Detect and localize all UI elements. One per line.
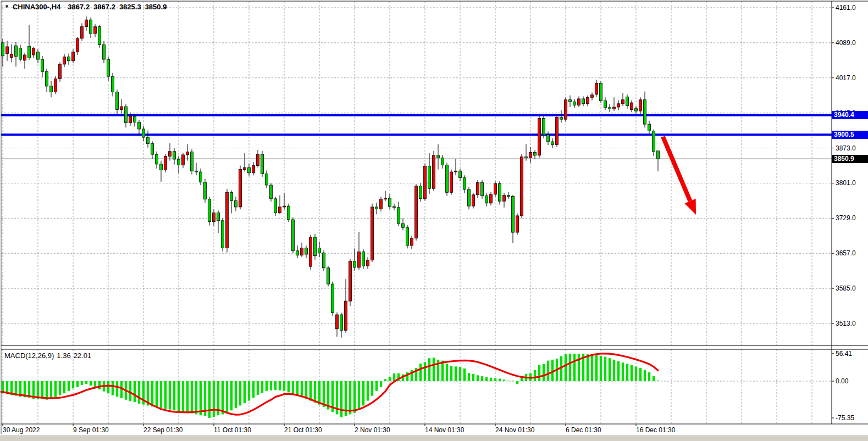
candle-body: [85, 20, 88, 26]
trend-arrow-head[interactable]: [684, 199, 696, 215]
macd-histogram-bar: [213, 381, 215, 417]
candle-body: [182, 155, 185, 165]
candle-body: [239, 170, 242, 207]
macd-histogram-bar: [538, 365, 540, 381]
macd-histogram-bar: [551, 360, 554, 381]
candle-body: [129, 116, 132, 123]
macd-histogram-bar: [362, 381, 364, 405]
candle-body: [191, 152, 193, 171]
candle-body: [582, 99, 585, 104]
macd-histogram-bar: [50, 381, 52, 399]
time-axis-label: 11 Oct 01:30: [214, 426, 251, 434]
candle-body: [41, 59, 44, 71]
candle-body: [59, 64, 62, 79]
candle-body: [125, 107, 128, 122]
macd-histogram-bar: [186, 381, 189, 413]
candle-body: [226, 192, 229, 248]
candle-body: [551, 142, 554, 144]
ohlc-low: 3825.3: [119, 3, 141, 11]
candle-body: [217, 213, 220, 221]
macd-histogram-bar: [481, 376, 483, 381]
macd-histogram-bar: [441, 361, 444, 381]
candle-body: [428, 166, 431, 188]
price-tick-label: 3729.0: [836, 214, 856, 222]
candle-body: [573, 102, 576, 105]
candle-body: [6, 47, 9, 53]
candle-body: [353, 261, 356, 267]
candle-body: [270, 185, 273, 199]
candle-body: [468, 189, 471, 206]
candle-body: [50, 86, 53, 92]
candle-body: [406, 227, 409, 245]
macd-histogram-bar: [116, 381, 118, 397]
candle-body: [156, 154, 158, 164]
macd-histogram-bar: [266, 381, 268, 391]
candle-body: [103, 44, 106, 59]
candle-body: [494, 183, 497, 194]
candle-body: [657, 151, 660, 159]
candle-body: [635, 109, 638, 111]
macd-histogram-bar: [151, 381, 153, 406]
candle-body: [402, 224, 405, 227]
macd-histogram-bar: [507, 381, 510, 381]
candle-body: [455, 171, 457, 172]
macd-histogram-bar: [375, 381, 378, 391]
macd-histogram-bar: [459, 367, 461, 381]
candle-body: [450, 172, 453, 192]
macd-histogram-bar: [639, 368, 642, 381]
time-axis-label: 24 Nov 01:30: [495, 426, 534, 434]
macd-histogram-bar: [274, 381, 277, 390]
macd-histogram-bar: [499, 379, 501, 381]
macd-histogram-bar: [657, 381, 659, 381]
time-axis-label: 14 Nov 01:30: [425, 426, 464, 434]
price-chart-canvas[interactable]: [0, 0, 868, 436]
macd-signal-value: 22.01: [74, 351, 92, 360]
candle-body: [604, 101, 607, 107]
macd-histogram-bar: [380, 381, 382, 387]
macd-histogram-bar: [296, 381, 298, 396]
time-axis-label: 21 Oct 01:30: [284, 426, 322, 434]
candle-body: [459, 171, 462, 177]
candle-body: [107, 59, 110, 76]
candle-body: [305, 248, 308, 254]
candle-body: [534, 153, 537, 155]
macd-histogram-bar: [54, 381, 57, 397]
candle-body: [28, 46, 31, 58]
symbol-dropdown-icon[interactable]: ▼: [4, 4, 9, 9]
macd-histogram-bar: [393, 373, 395, 381]
macd-histogram-bar: [160, 381, 162, 408]
candle-body: [485, 196, 488, 203]
macd-histogram-bar: [569, 354, 571, 381]
mt4-chart-window: ▼CHINA300-,H43867.23867.23825.33850.9 MA…: [0, 0, 868, 441]
candle-body: [142, 129, 145, 137]
candle-body: [112, 76, 114, 92]
candle-body: [336, 315, 339, 329]
candle-body: [327, 268, 330, 284]
trend-arrow-shaft[interactable]: [663, 137, 690, 201]
macd-histogram-bar: [613, 360, 615, 381]
symbol-timeframe-label: CHINA300-,H4: [13, 3, 60, 11]
macd-histogram-bar: [578, 354, 580, 381]
candle-body: [72, 52, 75, 61]
candle-body: [81, 27, 84, 38]
candle-body: [587, 97, 589, 104]
candle-body: [134, 116, 136, 122]
macd-histogram-bar: [46, 381, 48, 400]
macd-histogram-bar: [257, 381, 259, 395]
macd-histogram-bar: [279, 381, 281, 390]
candle-body: [296, 251, 299, 255]
macd-histogram-bar: [631, 365, 633, 381]
macd-histogram-bar: [367, 381, 369, 401]
candle-body: [213, 213, 215, 222]
macd-histogram-bar: [622, 362, 624, 381]
macd-tick-label: -75.35: [836, 414, 854, 422]
candle-body: [54, 79, 57, 92]
candle-body: [437, 155, 440, 158]
candle-body: [257, 154, 259, 165]
macd-histogram-bar: [129, 381, 131, 401]
macd-histogram-bar: [534, 370, 536, 381]
macd-histogram-bar: [428, 358, 430, 381]
candle-body: [186, 152, 189, 155]
candle-body: [411, 238, 413, 245]
candle-body: [120, 107, 123, 109]
